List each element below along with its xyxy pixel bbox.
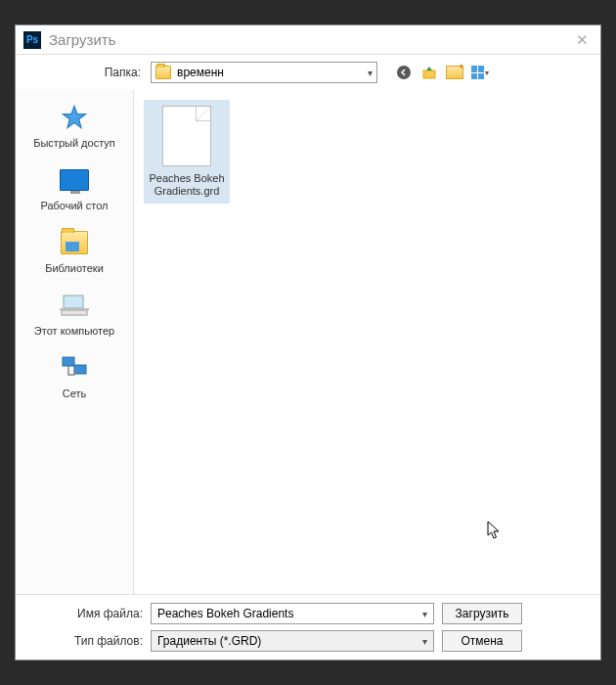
folder-icon: [155, 66, 171, 79]
folder-dropdown[interactable]: временн ▾: [151, 62, 377, 83]
folder-name: временн: [177, 66, 224, 79]
filename-input[interactable]: Peaches Bokeh Gradients ▾: [151, 603, 434, 624]
file-dialog: Ps Загрузить ✕ Папка: временн ▾ ▾: [15, 24, 601, 661]
filetype-value: Градиенты (*.GRD): [157, 634, 261, 648]
filetype-row: Тип файлов: Градиенты (*.GRD) ▾ Отмена: [25, 630, 591, 652]
toolbar: ▾: [395, 64, 489, 81]
chevron-down-icon: ▾: [422, 636, 427, 647]
file-icon: [162, 106, 211, 166]
up-one-level-icon[interactable]: [420, 64, 438, 81]
file-list[interactable]: Peaches Bokeh Gradients.grd: [133, 90, 600, 594]
filetype-dropdown[interactable]: Градиенты (*.GRD) ▾: [151, 630, 434, 652]
cursor-icon: [487, 521, 503, 545]
computer-icon: [59, 290, 90, 321]
network-icon: [59, 352, 90, 384]
chevron-down-icon: ▾: [368, 68, 373, 78]
file-item[interactable]: Peaches Bokeh Gradients.grd: [144, 100, 230, 204]
window-title: Загрузить: [49, 31, 572, 48]
svg-rect-1: [423, 70, 435, 78]
titlebar: Ps Загрузить ✕: [16, 25, 600, 55]
chevron-down-icon: ▾: [422, 609, 427, 619]
close-icon[interactable]: ✕: [572, 31, 593, 49]
svg-rect-4: [60, 308, 89, 310]
filename-label: Имя файла:: [25, 607, 143, 620]
desktop-icon: [59, 164, 90, 196]
libraries-icon: [59, 227, 90, 258]
svg-rect-6: [74, 365, 86, 374]
file-name: Peaches Bokeh Gradients.grd: [148, 172, 226, 198]
filetype-label: Тип файлов:: [25, 634, 143, 648]
folder-label: Папка:: [23, 66, 141, 79]
sidebar-item-label: Этот компьютер: [34, 325, 114, 337]
svg-rect-5: [63, 357, 74, 366]
sidebar: Быстрый доступ Рабочий стол Библиотеки Э…: [16, 90, 133, 594]
sidebar-item-label: Сеть: [63, 388, 86, 399]
filename-row: Имя файла: Peaches Bokeh Gradients ▾ Заг…: [25, 603, 591, 624]
main-area: Быстрый доступ Рабочий стол Библиотеки Э…: [16, 90, 600, 594]
view-menu-icon[interactable]: ▾: [471, 64, 489, 81]
sidebar-item-libraries[interactable]: Библиотеки: [16, 227, 133, 274]
bottom-panel: Имя файла: Peaches Bokeh Gradients ▾ Заг…: [16, 594, 600, 660]
folder-row: Папка: временн ▾ ▾: [16, 55, 600, 90]
new-folder-icon[interactable]: [446, 64, 463, 81]
sidebar-item-network[interactable]: Сеть: [16, 352, 133, 399]
svg-point-0: [397, 66, 411, 79]
cancel-button[interactable]: Отмена: [442, 630, 522, 652]
load-button[interactable]: Загрузить: [442, 603, 522, 624]
svg-rect-2: [64, 296, 83, 308]
sidebar-item-this-pc[interactable]: Этот компьютер: [16, 290, 133, 337]
back-icon[interactable]: [395, 64, 413, 81]
sidebar-item-quick-access[interactable]: Быстрый доступ: [16, 102, 133, 149]
sidebar-item-label: Быстрый доступ: [33, 137, 115, 149]
sidebar-item-label: Рабочий стол: [40, 200, 108, 211]
sidebar-item-desktop[interactable]: Рабочий стол: [16, 164, 133, 211]
filename-value: Peaches Bokeh Gradients: [157, 607, 293, 620]
svg-rect-3: [62, 310, 87, 315]
sidebar-item-label: Библиотеки: [45, 262, 104, 274]
app-icon: Ps: [23, 31, 41, 49]
star-icon: [59, 102, 90, 133]
